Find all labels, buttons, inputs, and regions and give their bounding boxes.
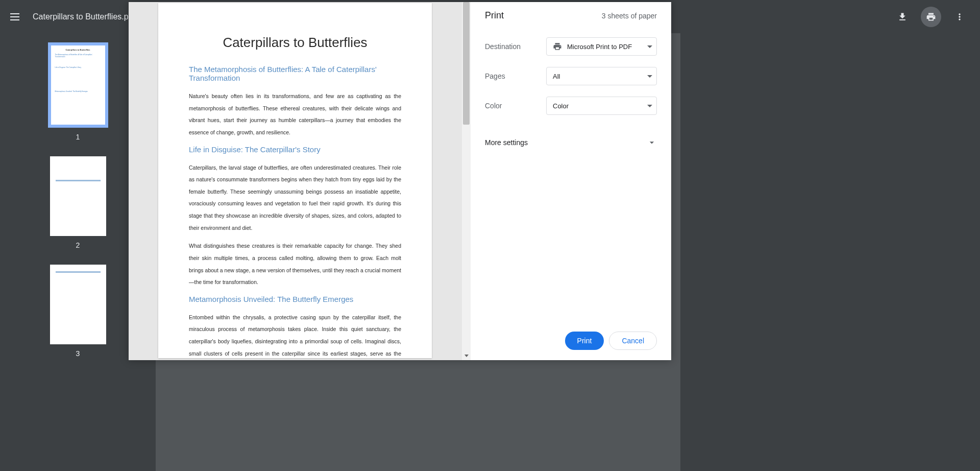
more-settings-label: More settings (485, 138, 528, 147)
preview-scrollbar[interactable] (462, 2, 471, 360)
destination-value: Microsoft Print to PDF (567, 43, 632, 51)
scroll-thumb[interactable] (463, 2, 470, 125)
download-button[interactable] (892, 7, 913, 27)
thumbnail-2[interactable] (50, 156, 106, 236)
dropdown-arrow-icon (647, 105, 652, 107)
destination-label: Destination (485, 42, 546, 51)
paragraph: What distinguishes these creatures is th… (189, 240, 401, 289)
paragraph: Caterpillars, the larval stage of butter… (189, 162, 401, 234)
document-title: Caterpillars to Butterflies (189, 35, 401, 51)
color-dropdown[interactable]: Color (546, 97, 657, 115)
print-dialog: Caterpillars to Butterflies The Metamorp… (129, 2, 671, 360)
print-button[interactable] (921, 7, 941, 27)
print-icon (926, 12, 936, 22)
paragraph: Entombed within the chrysalis, a protect… (189, 312, 401, 360)
pages-label: Pages (485, 72, 546, 80)
chevron-down-icon (647, 137, 657, 148)
print-dialog-title: Print (485, 10, 504, 21)
destination-dropdown[interactable]: Microsoft Print to PDF (546, 37, 657, 56)
print-settings-panel: Print 3 sheets of paper Destination Micr… (471, 2, 671, 360)
thumbnail-1[interactable]: Caterpillars to Butterflies The Metamorp… (48, 42, 108, 128)
sheet-count: 3 sheets of paper (602, 12, 657, 20)
dropdown-arrow-icon (647, 45, 652, 48)
section-heading: Life in Disguise: The Caterpillar's Stor… (189, 145, 401, 154)
preview-page-1: Caterpillars to Butterflies The Metamorp… (158, 3, 432, 358)
more-vert-icon (954, 12, 965, 22)
thumbnail-3[interactable] (50, 265, 106, 344)
filename: Caterpillars to Butterflies.pdf (33, 12, 135, 21)
menu-button[interactable] (10, 11, 22, 23)
thumbnail-number: 3 (76, 349, 80, 358)
dropdown-arrow-icon (647, 75, 652, 78)
pages-value: All (553, 73, 560, 80)
thumbnail-number: 2 (76, 241, 80, 249)
thumbnail-number: 1 (76, 133, 80, 141)
print-preview-pane: Caterpillars to Butterflies The Metamorp… (129, 2, 471, 360)
color-label: Color (485, 102, 546, 110)
section-heading: The Metamorphosis of Butterflies: A Tale… (189, 65, 401, 82)
more-settings-toggle[interactable]: More settings (485, 131, 657, 154)
paragraph: Nature's beauty often lies in its transf… (189, 90, 401, 139)
download-icon (897, 12, 908, 22)
scroll-down-button[interactable] (462, 351, 471, 360)
printer-icon (553, 42, 562, 51)
print-confirm-button[interactable]: Print (565, 332, 604, 350)
pages-dropdown[interactable]: All (546, 67, 657, 85)
cancel-button[interactable]: Cancel (609, 332, 657, 350)
color-value: Color (553, 102, 569, 110)
more-button[interactable] (949, 7, 970, 27)
section-heading: Metamorphosis Unveiled: The Butterfly Em… (189, 295, 401, 303)
